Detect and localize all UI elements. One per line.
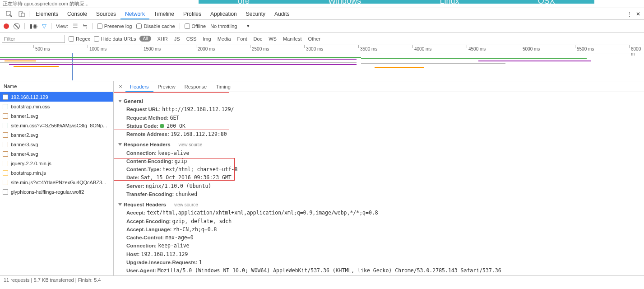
request-row[interactable]: glyphicons-halflings-regular.woff2 (0, 187, 113, 196)
request-name: jquery-2.2.0.min.js (11, 161, 51, 166)
chevron-down-icon: ▾ (247, 23, 250, 29)
section-request-headers[interactable]: Request Headersview source (118, 201, 639, 209)
kv-req-accept: Accept: text/html,application/xhtml+xml,… (118, 209, 639, 217)
timeline-overview[interactable]: 500 ms1000 ms1500 ms2000 ms2500 ms3000 m… (0, 45, 644, 81)
timeline-tick: 5000 ms (523, 47, 540, 51)
tab-security[interactable]: Security (241, 9, 270, 19)
kv-resp-transfer-encoding: Transfer-Encoding: chunked (118, 191, 639, 198)
filter-type-font[interactable]: Font (237, 36, 247, 42)
browser-status-bar: 正在等待 ajax.aspnetcdn.com 的响应... ore Windo… (0, 0, 644, 8)
file-icon (3, 180, 8, 185)
timeline-tick: 3500 ms (360, 47, 377, 51)
filter-type-manifest[interactable]: Manifest (283, 36, 302, 42)
filter-all-pill[interactable]: All (139, 36, 151, 42)
request-row[interactable]: 192.168.112.129 (0, 92, 113, 102)
kv-resp-content-type: Content-Type: text/html; charset=utf-8 (118, 166, 639, 173)
tab-application[interactable]: Application (206, 9, 241, 19)
request-row[interactable]: bootstrap.min.css (0, 102, 113, 111)
large-rows-icon[interactable]: ☰ (73, 23, 78, 29)
view-source-link[interactable]: view source (179, 141, 203, 148)
record-button[interactable] (4, 23, 9, 29)
preserve-log-checkbox[interactable]: Preserve log (97, 23, 132, 29)
request-row[interactable]: site.min.js?v=4YtIaePNzexGu4QQcABZ3... (0, 177, 113, 187)
timeline-tick: 4000 ms (414, 47, 431, 51)
request-name: site.min.css?v=SZ56I9iAMjwsC3Ig_8ONp... (11, 123, 107, 128)
timeline-tick: 1500 ms (144, 47, 161, 51)
view-source-link[interactable]: view source (174, 201, 198, 208)
request-name: banner1.svg (11, 113, 38, 119)
kv-req-host: Host: 192.168.112.129 (118, 251, 639, 258)
request-row[interactable]: banner2.svg (0, 130, 113, 140)
detail-tab-timing[interactable]: Timing (211, 82, 235, 92)
requests-column: Name 192.168.112.129bootstrap.min.cssban… (0, 81, 114, 275)
filter-type-img[interactable]: Img (203, 36, 211, 42)
detail-tab-headers[interactable]: Headers (125, 82, 153, 92)
kv-status-code: Status Code: 200 OK (118, 122, 639, 130)
file-icon (3, 113, 8, 119)
tab-audits[interactable]: Audits (270, 9, 294, 19)
detail-tab-response[interactable]: Response (180, 82, 212, 92)
filter-type-js[interactable]: JS (174, 36, 180, 42)
section-general[interactable]: General (118, 98, 639, 105)
capture-screenshots-icon[interactable]: ▮◉ (29, 23, 37, 29)
kv-req-cache-control: Cache-Control: max-age=0 (118, 234, 639, 242)
filter-type-css[interactable]: CSS (186, 36, 197, 42)
device-toggle-icon[interactable] (16, 9, 27, 19)
headers-body: General Request URL: http://192.168.112.… (114, 92, 644, 275)
inspect-element-icon[interactable] (4, 9, 14, 19)
file-icon (3, 104, 8, 109)
request-row[interactable]: banner3.svg (0, 140, 113, 149)
view-label: View: (56, 23, 68, 29)
filter-toggle-icon[interactable]: ▽ (42, 23, 46, 29)
timeline-tick: 1000 ms (89, 47, 107, 51)
close-devtools-icon[interactable]: ✕ (636, 11, 640, 17)
filter-type-media[interactable]: Media (218, 36, 231, 42)
timeline-tick: 500 ms (35, 47, 50, 51)
tab-timeline[interactable]: Timeline (149, 9, 179, 19)
offline-checkbox[interactable]: Offline (185, 23, 206, 29)
section-response-headers[interactable]: Response Headersview source (118, 141, 639, 149)
throttling-select[interactable]: No throttling▾ (210, 23, 250, 29)
close-detail-icon[interactable]: × (116, 83, 125, 90)
detail-tab-preview[interactable]: Preview (153, 82, 180, 92)
clear-button[interactable] (14, 23, 20, 29)
request-name: 192.168.112.129 (11, 94, 48, 100)
filter-type-other[interactable]: Other (308, 36, 320, 42)
request-row[interactable]: banner4.svg (0, 149, 113, 158)
request-name: banner3.svg (11, 142, 38, 147)
request-name: site.min.js?v=4YtIaePNzexGu4QQcABZ3... (11, 180, 106, 185)
request-row[interactable]: jquery-2.2.0.min.js (0, 158, 113, 168)
filter-type-xhr[interactable]: XHR (158, 36, 168, 42)
filter-input[interactable] (2, 35, 65, 43)
page-banner-fragment: ore Windows Linux OSX (199, 0, 594, 4)
tab-profiles[interactable]: Profiles (179, 9, 206, 19)
kv-req-user-agent: User-Agent: Mozilla/5.0 (Windows NT 10.0… (118, 267, 639, 275)
request-row[interactable]: site.min.css?v=SZ56I9iAMjwsC3Ig_8ONp... (0, 121, 113, 130)
name-column-header[interactable]: Name (0, 81, 113, 92)
tab-network[interactable]: Network (120, 9, 149, 19)
request-name: bootstrap.min.css (11, 104, 50, 109)
disable-cache-checkbox[interactable]: Disable cache (136, 23, 175, 29)
separator (29, 11, 29, 17)
filter-type-doc[interactable]: Doc (254, 36, 263, 42)
timeline-graph (0, 53, 644, 80)
browser-status-text: 正在等待 ajax.aspnetcdn.com 的响应... (3, 0, 88, 7)
file-icon (3, 151, 8, 157)
timeline-ruler: 500 ms1000 ms1500 ms2000 ms2500 ms3000 m… (0, 45, 644, 53)
devtools-tabs-bar: ElementsConsoleSourcesNetworkTimelinePro… (0, 8, 644, 20)
tab-sources[interactable]: Sources (92, 9, 120, 19)
tab-elements[interactable]: Elements (31, 9, 63, 19)
filter-type-ws[interactable]: WS (269, 36, 277, 42)
request-row[interactable]: bootstrap.min.js (0, 168, 113, 177)
hide-data-urls-checkbox[interactable]: Hide data URLs (94, 36, 136, 42)
request-row[interactable]: banner1.svg (0, 111, 113, 121)
waterfall-icon[interactable]: ≒ (83, 23, 88, 29)
tab-console[interactable]: Console (63, 9, 92, 19)
kebab-menu-icon[interactable]: ⋮ (627, 11, 632, 17)
request-name: banner2.svg (11, 132, 38, 138)
regex-checkbox[interactable]: Regex (69, 36, 90, 42)
main-split: Name 192.168.112.129bootstrap.min.cssban… (0, 81, 644, 275)
separator (24, 23, 25, 29)
kv-resp-date: Date: Sat, 15 Oct 2016 09:36:23 GMT (118, 174, 639, 182)
kv-resp-content-encoding: Content-Encoding: gzip (118, 158, 639, 165)
